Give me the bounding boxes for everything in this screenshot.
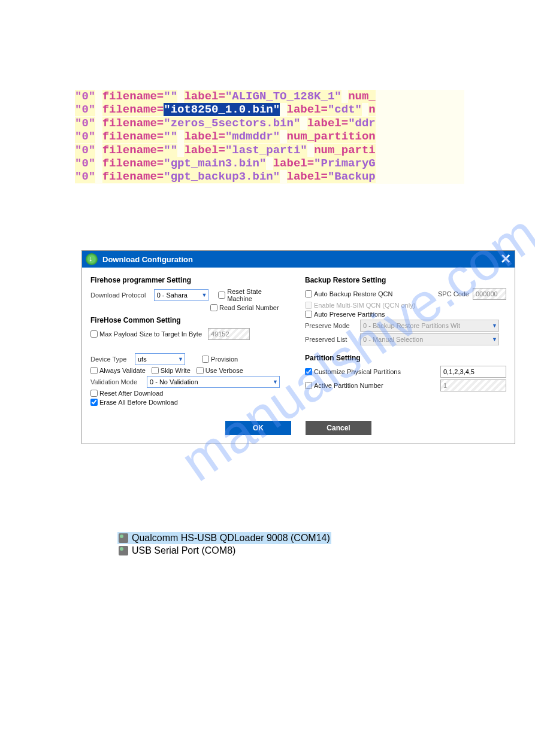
preserve-mode-select: 0 - Backup Restore Partitions Wit (360, 320, 499, 332)
provision-checkbox[interactable]: Provision (202, 356, 238, 363)
device-manager-list: Qualcomm HS-USB QDLoader 9008 (COM14) US… (117, 532, 331, 557)
skip-write-checkbox[interactable]: Skip Write (152, 367, 191, 374)
cancel-button[interactable]: Cancel (306, 421, 371, 435)
download-configuration-dialog: Download Configuration ✕ Firehose progra… (81, 250, 515, 444)
customize-physical-checkbox[interactable]: Customize Physical Partitions (305, 368, 401, 375)
preserved-list-select: 0 - Manual Selection (360, 333, 499, 345)
device-label: Qualcomm HS-USB QDLoader 9008 (COM14) (132, 533, 330, 544)
xml-code-snippet: "0" filename="" label="ALIGN_TO_128K_1" … (75, 90, 464, 184)
download-protocol-select[interactable]: 0 - Sahara (154, 289, 209, 301)
always-validate-checkbox[interactable]: Always Validate (90, 367, 146, 374)
partition-setting-title: Partition Setting (305, 354, 506, 362)
close-icon[interactable]: ✕ (500, 251, 511, 267)
use-verbose-checkbox[interactable]: Use Verbose (197, 367, 243, 374)
device-icon (119, 533, 128, 543)
reset-state-machine-checkbox[interactable]: Reset State Machine (218, 288, 288, 302)
spc-code-input[interactable]: 000000 (473, 288, 506, 300)
erase-all-checkbox[interactable]: Erase All Before Download (90, 399, 178, 406)
max-payload-checkbox[interactable]: Max Payload Size to Target In Byte (90, 330, 202, 338)
backup-restore-title: Backup Restore Setting (305, 276, 506, 284)
validation-mode-select[interactable]: 0 - No Validation (147, 376, 280, 388)
spc-code-label: SPC Code (438, 290, 469, 297)
dialog-titlebar: Download Configuration ✕ (82, 251, 515, 268)
preserve-mode-label: Preserve Mode (305, 322, 356, 329)
firehose-programmer-title: Firehose programmer Setting (90, 276, 294, 284)
dialog-title-text: Download Configuration (102, 255, 193, 264)
auto-backup-restore-qcn-checkbox[interactable]: Auto Backup Restore QCN (305, 290, 392, 297)
active-partition-input: 1 (440, 379, 506, 391)
download-protocol-label: Download Protocol (90, 292, 150, 299)
read-serial-number-checkbox[interactable]: Read Serial Number (210, 304, 279, 311)
device-type-select[interactable]: ufs (135, 353, 185, 365)
preserved-list-label: Preserved List (305, 336, 356, 343)
download-icon (86, 253, 98, 265)
auto-preserve-partitions-checkbox[interactable]: Auto Preserve Partitions (305, 311, 385, 318)
firehose-common-title: FireHose Common Setting (90, 316, 294, 324)
reset-after-download-checkbox[interactable]: Reset After Download (90, 390, 163, 397)
active-partition-number-checkbox[interactable]: Active Partition Number (305, 382, 383, 389)
device-type-label: Device Type (90, 356, 131, 363)
customize-physical-input[interactable]: 0,1,2,3,4,5 (440, 366, 506, 378)
ok-button[interactable]: OK (225, 421, 291, 435)
device-item-qdloader[interactable]: Qualcomm HS-USB QDLoader 9008 (COM14) (117, 532, 331, 544)
validation-mode-label: Validation Mode (90, 378, 143, 385)
device-icon (119, 546, 128, 555)
max-payload-input[interactable]: 49152 (208, 328, 250, 340)
device-label: USB Serial Port (COM8) (132, 545, 235, 556)
device-item-usb-serial[interactable]: USB Serial Port (COM8) (117, 545, 331, 557)
enable-multi-sim-checkbox: Enable Multi-SIM QCN (QCN only) (305, 302, 415, 309)
